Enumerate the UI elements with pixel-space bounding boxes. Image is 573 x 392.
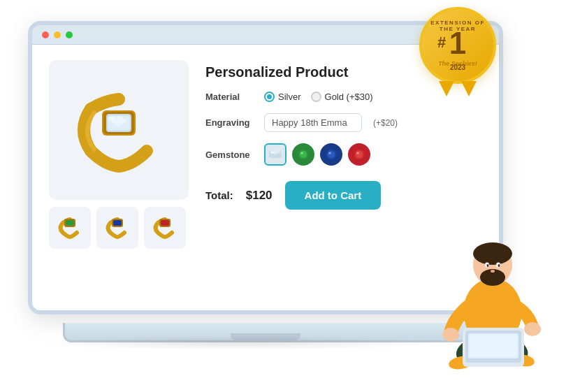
engraving-row: Engraving (+$20): [205, 113, 482, 132]
dot-green[interactable]: [66, 31, 73, 38]
gold-option[interactable]: Gold (+$30): [311, 92, 373, 102]
dot-red[interactable]: [42, 31, 49, 38]
material-radio-group: Silver Gold (+$30): [264, 92, 373, 102]
material-label: Material: [205, 92, 256, 102]
silver-label: Silver: [278, 92, 301, 102]
thumbnail-2[interactable]: [96, 207, 138, 249]
total-price: $120: [246, 189, 273, 203]
svg-point-17: [300, 151, 307, 158]
badge-ribbon-text: Extension of the Year: [430, 20, 486, 32]
bottom-shadow: [35, 336, 440, 350]
svg-point-24: [356, 152, 359, 154]
svg-point-33: [491, 270, 495, 273]
dot-yellow[interactable]: [54, 31, 61, 38]
svg-rect-15: [270, 152, 274, 154]
gem-crystal[interactable]: [264, 143, 286, 166]
award-badge: Extension of the Year # 1 The Seshies! 2…: [419, 7, 496, 84]
product-images: [49, 60, 189, 295]
gemstone-group: [264, 143, 370, 166]
svg-point-32: [498, 264, 500, 267]
silver-option[interactable]: Silver: [264, 92, 301, 102]
engraving-label: Engraving: [205, 117, 256, 128]
gold-radio-circle: [311, 92, 321, 102]
material-row: Material Silver Gold (+$30): [205, 92, 482, 102]
badge-year: 2023: [450, 64, 465, 71]
svg-point-39: [524, 322, 541, 336]
thumbnail-1[interactable]: [49, 207, 91, 249]
person-svg: [433, 203, 552, 371]
svg-point-18: [300, 152, 303, 154]
badge-circle: Extension of the Year # 1 The Seshies! 2…: [419, 7, 496, 84]
silver-radio-circle: [264, 92, 275, 102]
svg-rect-43: [470, 335, 517, 357]
gem-sapphire[interactable]: [320, 143, 342, 166]
add-to-cart-button[interactable]: Add to Cart: [285, 181, 382, 210]
svg-point-27: [473, 242, 512, 265]
main-product-image: [49, 60, 189, 200]
bracelet-main-svg: [63, 74, 175, 186]
svg-rect-12: [161, 220, 169, 226]
engraving-input[interactable]: [264, 113, 362, 132]
gemstone-row: Gemstone: [205, 143, 482, 166]
badge-hash: #: [437, 34, 446, 52]
svg-rect-10: [113, 220, 122, 226]
badge-number: 1: [449, 28, 466, 59]
svg-rect-8: [66, 220, 74, 226]
svg-rect-6: [109, 117, 115, 120]
thumbnail-3[interactable]: [144, 207, 186, 249]
svg-point-23: [356, 151, 363, 158]
svg-point-31: [487, 264, 489, 267]
gemstone-label: Gemstone: [205, 150, 256, 160]
thumbnail-row: [49, 207, 189, 249]
laptop-content: Personalized Product Material Silver Gol…: [32, 45, 499, 310]
gem-ruby[interactable]: [348, 143, 370, 166]
scene: Personalized Product Material Silver Gol…: [0, 0, 573, 392]
gold-label: Gold (+$30): [325, 92, 373, 102]
engraving-price: (+$20): [373, 118, 398, 128]
person-figure: [433, 203, 552, 371]
total-label: Total:: [205, 189, 233, 201]
gem-emerald[interactable]: [292, 143, 314, 166]
svg-point-21: [328, 152, 331, 154]
svg-point-20: [328, 151, 335, 158]
svg-point-38: [442, 328, 459, 342]
